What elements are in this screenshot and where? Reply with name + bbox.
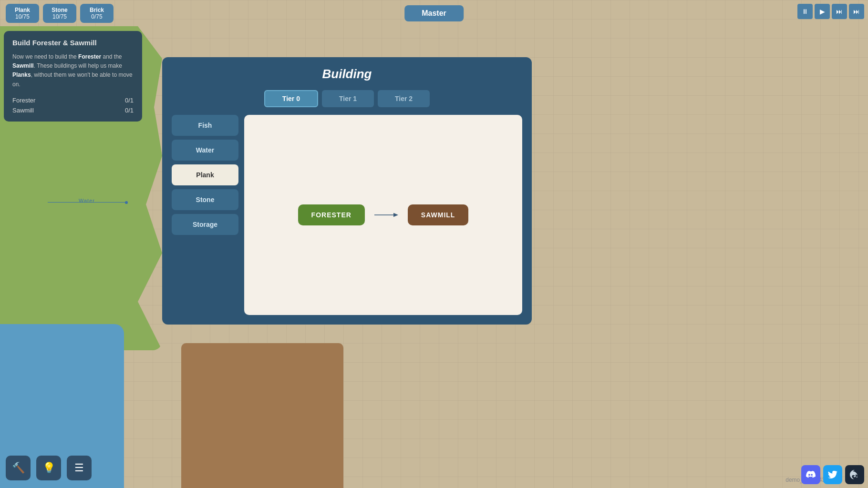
top-bar: Plank 10/75 Stone 10/75 Brick 0/75 Maste… <box>0 0 868 26</box>
pause-button[interactable]: ⏸ <box>797 4 813 19</box>
tutorial-body: Now we need to build the Forester and th… <box>12 52 134 89</box>
category-storage[interactable]: Storage <box>172 214 238 235</box>
lightbulb-button[interactable]: 💡 <box>36 456 61 480</box>
forester-node[interactable]: FORESTER <box>298 204 365 225</box>
resource-plank: Plank 10/75 <box>6 4 39 23</box>
dirt-area-center <box>181 343 343 488</box>
flow-arrow <box>374 210 398 220</box>
category-stone[interactable]: Stone <box>172 189 238 210</box>
master-button[interactable]: Master <box>404 5 464 21</box>
resource-stone: Stone 10/75 <box>43 4 76 23</box>
tutorial-panel: Build Forester & Sawmill Now we need to … <box>4 31 142 122</box>
speed-controls: ⏸ ▶ ⏭ ⏭ <box>797 4 864 19</box>
tabs-row: Tier 0 Tier 1 Tier 2 <box>172 90 522 107</box>
bottom-toolbar: 🔨 💡 ☰ <box>6 456 92 480</box>
sawmill-node[interactable]: SAWMILL <box>408 204 469 225</box>
hammer-button[interactable]: 🔨 <box>6 456 31 480</box>
tutorial-title: Build Forester & Sawmill <box>12 39 134 47</box>
fast-forward-button[interactable]: ⏭ <box>832 4 847 19</box>
steam-button[interactable] <box>845 465 864 484</box>
play-button[interactable]: ▶ <box>815 4 830 19</box>
category-plank[interactable]: Plank <box>172 164 238 185</box>
progress-sawmill: Sawmill 0/1 <box>12 107 134 114</box>
flow-diagram: FORESTER SAWMILL <box>298 204 469 225</box>
category-water[interactable]: Water <box>172 140 238 161</box>
diagram-area: FORESTER SAWMILL <box>244 115 522 315</box>
social-icons <box>801 465 864 484</box>
resource-brick: Brick 0/75 <box>80 4 114 23</box>
category-fish[interactable]: Fish <box>172 115 238 136</box>
tutorial-progress: Forester 0/1 Sawmill 0/1 <box>12 97 134 114</box>
tab-tier-2[interactable]: Tier 2 <box>378 90 430 107</box>
tab-tier-0[interactable]: Tier 0 <box>264 90 318 107</box>
menu-button[interactable]: ☰ <box>67 456 92 480</box>
fastest-button[interactable]: ⏭ <box>849 4 864 19</box>
water-line <box>48 202 126 203</box>
svg-marker-1 <box>393 213 398 217</box>
twitter-button[interactable] <box>823 465 842 484</box>
progress-forester: Forester 0/1 <box>12 97 134 104</box>
modal-body: Fish Water Plank Stone Storage FORESTER … <box>172 115 522 315</box>
category-list: Fish Water Plank Stone Storage <box>172 115 238 315</box>
building-modal: Building Tier 0 Tier 1 Tier 2 Fish Water… <box>162 57 532 325</box>
discord-button[interactable] <box>801 465 820 484</box>
building-modal-title: Building <box>172 67 522 81</box>
water-dot <box>125 201 128 204</box>
tab-tier-1[interactable]: Tier 1 <box>322 90 374 107</box>
map-water-label: Water <box>79 198 95 203</box>
